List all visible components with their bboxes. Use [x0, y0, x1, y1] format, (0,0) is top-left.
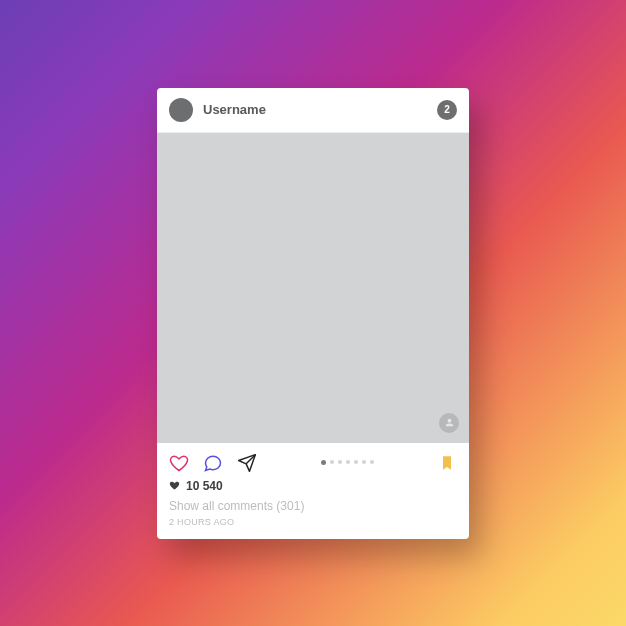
- likes-number: 10 540: [186, 479, 223, 493]
- carousel-dot[interactable]: [370, 460, 374, 464]
- paper-plane-icon: [237, 453, 257, 473]
- carousel-indicator: [257, 460, 437, 465]
- post-image[interactable]: [157, 133, 469, 443]
- username-label[interactable]: Username: [203, 102, 437, 117]
- heart-filled-icon: [169, 480, 180, 491]
- post-meta: 10 540 Show all comments (301) 2 HOURS A…: [157, 479, 469, 539]
- action-left-group: [169, 453, 257, 473]
- timestamp-label: 2 HOURS AGO: [169, 517, 457, 527]
- carousel-dot[interactable]: [362, 460, 366, 464]
- bookmark-icon: [439, 453, 455, 473]
- carousel-dot[interactable]: [330, 460, 334, 464]
- heart-icon: [169, 453, 189, 473]
- bookmark-button[interactable]: [437, 453, 457, 473]
- like-button[interactable]: [169, 453, 189, 473]
- carousel-dot[interactable]: [346, 460, 350, 464]
- likes-count[interactable]: 10 540: [169, 479, 457, 493]
- post-card: Username 2: [157, 88, 469, 539]
- comment-button[interactable]: [203, 453, 223, 473]
- post-header: Username 2: [157, 88, 469, 133]
- avatar[interactable]: [169, 98, 193, 122]
- notification-badge[interactable]: 2: [437, 100, 457, 120]
- comment-icon: [203, 453, 223, 473]
- carousel-dot[interactable]: [354, 460, 358, 464]
- carousel-dot[interactable]: [338, 460, 342, 464]
- show-comments-link[interactable]: Show all comments (301): [169, 499, 457, 513]
- action-bar: [157, 443, 469, 479]
- tagged-people-icon[interactable]: [439, 413, 459, 433]
- carousel-dot[interactable]: [321, 460, 326, 465]
- share-button[interactable]: [237, 453, 257, 473]
